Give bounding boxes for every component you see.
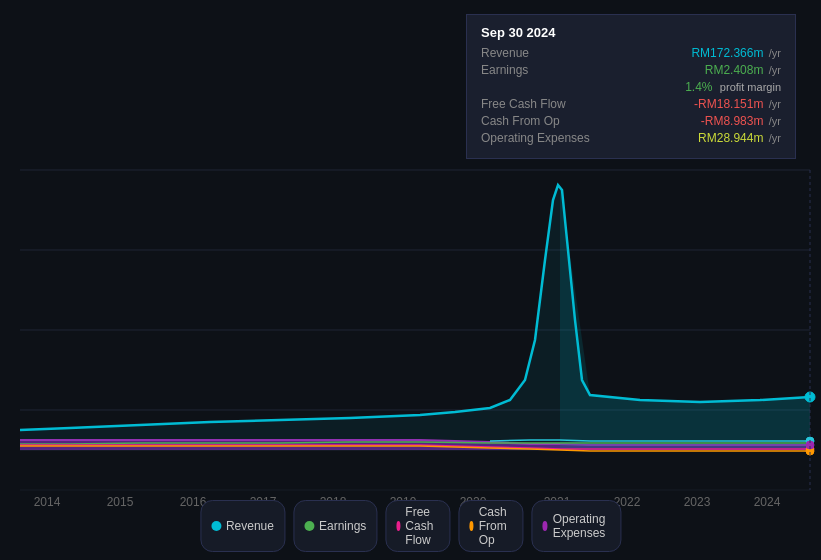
- chart-legend: Revenue Earnings Free Cash Flow Cash Fro…: [200, 500, 621, 552]
- legend-cashop-label: Cash From Op: [479, 505, 513, 547]
- legend-fcf[interactable]: Free Cash Flow: [385, 500, 450, 552]
- tooltip-cashop-row: Cash From Op -RM8.983m /yr: [481, 114, 781, 128]
- legend-revenue-dot: [211, 521, 221, 531]
- legend-revenue[interactable]: Revenue: [200, 500, 285, 552]
- tooltip-cashop-label: Cash From Op: [481, 114, 601, 128]
- legend-opex[interactable]: Operating Expenses: [531, 500, 621, 552]
- svg-text:2023: 2023: [684, 495, 711, 509]
- tooltip-date: Sep 30 2024: [481, 25, 781, 40]
- legend-revenue-label: Revenue: [226, 519, 274, 533]
- tooltip-box: Sep 30 2024 Revenue RM172.366m /yr Earni…: [466, 14, 796, 159]
- tooltip-opex-value: RM28.944m /yr: [698, 131, 781, 145]
- legend-earnings-label: Earnings: [319, 519, 366, 533]
- legend-fcf-dot: [396, 521, 400, 531]
- svg-text:2014: 2014: [34, 495, 61, 509]
- tooltip-margin-value: 1.4% profit margin: [685, 80, 781, 94]
- tooltip-margin-row: 1.4% profit margin: [481, 80, 781, 94]
- tooltip-earnings-value: RM2.408m /yr: [705, 63, 781, 77]
- tooltip-fcf-row: Free Cash Flow -RM18.151m /yr: [481, 97, 781, 111]
- tooltip-earnings-label: Earnings: [481, 63, 601, 77]
- legend-opex-dot: [542, 521, 547, 531]
- chart-container: Sep 30 2024 Revenue RM172.366m /yr Earni…: [0, 0, 821, 560]
- legend-earnings[interactable]: Earnings: [293, 500, 377, 552]
- tooltip-earnings-row: Earnings RM2.408m /yr: [481, 63, 781, 77]
- legend-fcf-label: Free Cash Flow: [405, 505, 439, 547]
- tooltip-fcf-label: Free Cash Flow: [481, 97, 601, 111]
- svg-text:2015: 2015: [107, 495, 134, 509]
- legend-opex-label: Operating Expenses: [553, 512, 610, 540]
- legend-cashop-dot: [469, 521, 473, 531]
- tooltip-revenue-value: RM172.366m /yr: [691, 46, 781, 60]
- legend-cashop[interactable]: Cash From Op: [458, 500, 523, 552]
- tooltip-fcf-value: -RM18.151m /yr: [694, 97, 781, 111]
- tooltip-opex-label: Operating Expenses: [481, 131, 601, 145]
- legend-earnings-dot: [304, 521, 314, 531]
- tooltip-opex-row: Operating Expenses RM28.944m /yr: [481, 131, 781, 145]
- svg-text:2024: 2024: [754, 495, 781, 509]
- tooltip-revenue-label: Revenue: [481, 46, 601, 60]
- tooltip-cashop-value: -RM8.983m /yr: [701, 114, 781, 128]
- tooltip-revenue-row: Revenue RM172.366m /yr: [481, 46, 781, 60]
